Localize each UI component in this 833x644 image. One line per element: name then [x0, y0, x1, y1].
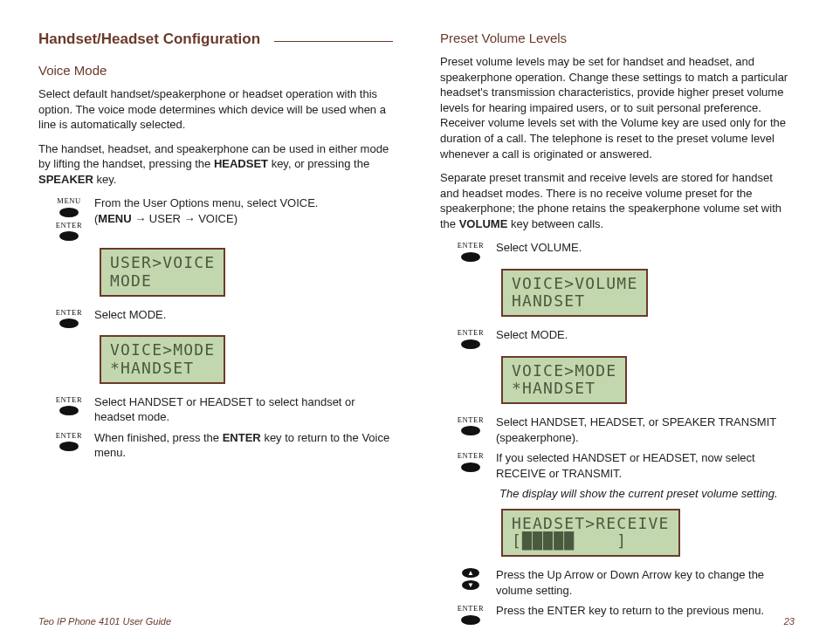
- enter-button-icon: [461, 339, 480, 349]
- step-text: Select MODE.: [496, 327, 568, 343]
- enter-key: ENTER: [454, 327, 487, 348]
- step-text: When finished, press the ENTER key to re…: [94, 430, 393, 461]
- text: key.: [93, 173, 117, 186]
- step-row: ENTER Select MODE.: [454, 327, 795, 348]
- lcd-display: USER>VOICE MODE: [100, 248, 225, 296]
- enter-button-icon: [461, 462, 480, 472]
- step-text: Select VOLUME.: [496, 240, 582, 256]
- step-row: ENTER Select HANDSET, HEADSET, or SPEAKE…: [454, 414, 795, 445]
- up-arrow-icon: ▲: [462, 568, 479, 578]
- text: When finished, press the: [94, 431, 223, 444]
- step-text: From the User Options menu, select VOICE…: [94, 195, 318, 226]
- text: From the User Options menu, select VOICE…: [94, 196, 318, 209]
- footer-page-number: 23: [784, 615, 795, 628]
- enter-key: ENTER: [52, 430, 86, 451]
- text: key between calls.: [507, 217, 603, 230]
- enter-button-icon: [461, 252, 480, 262]
- step-row: ENTER If you selected HANDSET or HEADSET…: [454, 450, 795, 481]
- bold-volume: VOLUME: [459, 217, 508, 230]
- text: → USER → VOICE): [132, 212, 238, 225]
- key-caption-enter: ENTER: [458, 328, 484, 338]
- key-caption-enter: ENTER: [458, 451, 484, 461]
- preset-volume-heading: Preset Volume Levels: [440, 30, 795, 47]
- voice-mode-para1: Select default handset/speakerphone or h…: [38, 86, 393, 133]
- lcd-display: VOICE>MODE *HANDSET: [501, 356, 627, 404]
- key-caption-enter: ENTER: [56, 308, 82, 318]
- step-row: ENTER When finished, press the ENTER key…: [52, 430, 393, 461]
- section-title-text: Handset/Headset Configuration: [38, 30, 260, 50]
- key-caption-enter: ENTER: [56, 431, 82, 441]
- voice-mode-para2: The handset, headset, and speakerphone c…: [38, 141, 393, 188]
- key-caption-menu: MENU: [57, 196, 80, 206]
- menu-button-icon: [59, 208, 79, 217]
- enter-button-icon: [59, 442, 79, 451]
- step-text: Select MODE.: [94, 307, 166, 323]
- title-rule: [274, 41, 393, 42]
- step-row: ▲ ▼ Press the Up Arrow or Down Arrow key…: [454, 567, 795, 598]
- enter-key: ENTER: [52, 307, 86, 328]
- text: key, or pressing the: [268, 157, 369, 170]
- preset-para2: Separate preset transmit and receive lev…: [440, 170, 795, 231]
- page-content: Handset/Headset Configuration Voice Mode…: [38, 30, 795, 630]
- step-row: MENU ENTER From the User Options menu, s…: [52, 195, 393, 241]
- lcd-display: HEADSET>RECEIVE [█████ ]: [501, 509, 680, 557]
- step-text: Select HANDSET or HEADSET to select hand…: [94, 394, 393, 425]
- step-row: ENTER Select MODE.: [52, 307, 393, 328]
- preset-para1: Preset volume levels may be set for hand…: [440, 54, 795, 161]
- step-text: Press the Up Arrow or Down Arrow key to …: [496, 567, 795, 598]
- key-caption-enter: ENTER: [56, 395, 82, 405]
- footer-left: Teo IP Phone 4101 User Guide: [38, 615, 171, 628]
- key-caption-enter: ENTER: [56, 221, 82, 230]
- enter-key: ENTER: [454, 240, 487, 261]
- bold-speaker: SPEAKER: [38, 173, 93, 186]
- bold-headset: HEADSET: [214, 157, 268, 170]
- italic-note: The display will show the current preset…: [499, 486, 795, 502]
- lcd-display: VOICE>MODE *HANDSET: [100, 335, 225, 383]
- right-column: Preset Volume Levels Preset volume level…: [440, 30, 795, 630]
- enter-button-icon: [59, 406, 79, 415]
- down-arrow-icon: ▼: [462, 580, 479, 590]
- enter-button-icon: [59, 231, 79, 241]
- menu-enter-keys: MENU ENTER: [52, 195, 86, 241]
- enter-key: ENTER: [454, 414, 487, 435]
- page-footer: Teo IP Phone 4101 User Guide 23: [38, 615, 795, 628]
- step-row: ENTER Select HANDSET or HEADSET to selec…: [52, 394, 393, 425]
- section-title: Handset/Headset Configuration: [38, 30, 393, 50]
- key-caption-enter: ENTER: [458, 415, 484, 425]
- step-row: ENTER Select VOLUME.: [454, 240, 795, 261]
- enter-button-icon: [59, 319, 79, 328]
- enter-key: ENTER: [52, 394, 86, 415]
- step-text: If you selected HANDSET or HEADSET, now …: [496, 450, 795, 481]
- bold-menu: MENU: [98, 212, 131, 225]
- lcd-display: VOICE>VOLUME HANDSET: [501, 269, 648, 317]
- left-column: Handset/Headset Configuration Voice Mode…: [38, 30, 393, 630]
- bold-enter: ENTER: [223, 431, 261, 444]
- key-caption-enter: ENTER: [458, 604, 484, 613]
- enter-button-icon: [461, 426, 480, 435]
- voice-mode-heading: Voice Mode: [38, 62, 393, 79]
- arrow-keys: ▲ ▼: [454, 567, 487, 590]
- key-caption-enter: ENTER: [458, 241, 484, 250]
- step-text: Select HANDSET, HEADSET, or SPEAKER TRAN…: [496, 414, 795, 445]
- enter-key: ENTER: [454, 450, 487, 471]
